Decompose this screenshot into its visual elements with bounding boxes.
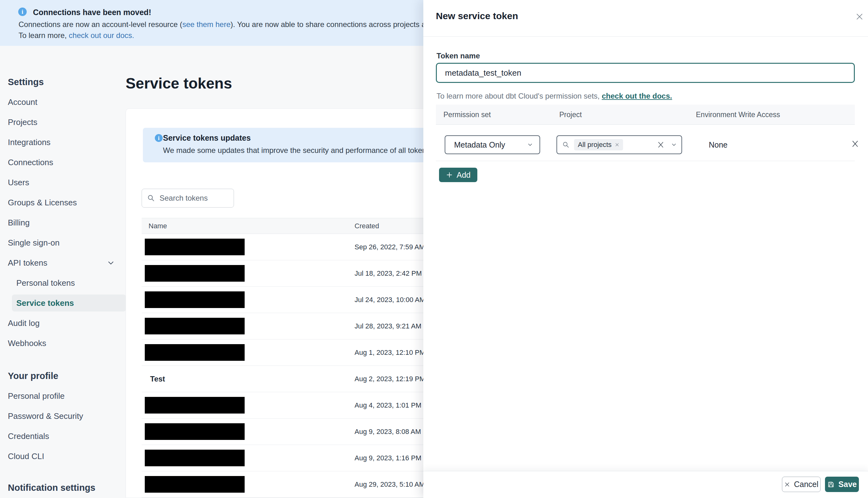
sidebar-title-settings: Settings [8, 72, 121, 92]
add-permission-button[interactable]: Add [439, 168, 477, 182]
env-write-access-value: None [709, 140, 728, 149]
chevron-down-icon [527, 142, 533, 148]
token-created-date: Aug 9, 2023, 1:16 PM P [355, 454, 428, 462]
redacted-token-name [145, 318, 245, 335]
sidebar-title-notification-settings: Notification settings [8, 477, 121, 498]
permission-set-value: Metadata Only [454, 140, 527, 149]
cancel-button-label: Cancel [794, 480, 818, 489]
token-created-date: Aug 29, 2023, 5:10 AM P [355, 481, 432, 488]
banner-learn-text: To learn more, [18, 31, 69, 40]
info-icon [18, 8, 27, 16]
plus-icon [446, 171, 453, 178]
token-created-date: Jul 24, 2023, 10:00 AM [355, 296, 425, 304]
banner-body-text: Connections are now an account-level res… [18, 20, 182, 29]
drawer-footer: Cancel Save [423, 471, 868, 498]
redacted-token-name [145, 291, 245, 308]
column-header-permission-set: Permission set [444, 110, 491, 119]
remove-row-icon[interactable] [851, 140, 859, 148]
notice-title: Service tokens updates [163, 133, 251, 143]
banner-body: Connections are now an account-level res… [18, 20, 485, 29]
banner-title: Connections have been moved! [33, 8, 151, 17]
token-created-date: Jul 28, 2023, 9:21 AM P [355, 322, 428, 330]
search-icon [147, 194, 155, 202]
sidebar-item-credentials[interactable]: Credentials [8, 426, 121, 446]
sidebar-item-audit-log[interactable]: Audit log [8, 313, 121, 333]
token-name: Test [150, 375, 165, 383]
redacted-token-name [145, 265, 245, 281]
search-icon [562, 141, 570, 148]
sidebar-item-cloud-cli[interactable]: Cloud CLI [8, 446, 121, 466]
sidebar-item-projects[interactable]: Projects [8, 112, 121, 132]
chevron-down-icon[interactable] [671, 142, 677, 148]
redacted-token-name [145, 239, 245, 255]
info-icon [155, 134, 163, 142]
sidebar-item-connections[interactable]: Connections [8, 152, 121, 172]
redacted-token-name [145, 397, 245, 414]
cancel-button[interactable]: Cancel [782, 477, 820, 492]
check-out-docs-link[interactable]: check out the docs. [602, 92, 672, 100]
sidebar-item-groups-licenses[interactable]: Groups & Licenses [8, 193, 121, 213]
column-header-name: Name [148, 222, 167, 230]
save-button-label: Save [839, 480, 857, 489]
chip-label: All projects [578, 141, 612, 149]
token-name-input[interactable] [436, 63, 855, 83]
save-button[interactable]: Save [825, 477, 859, 492]
chevron-down-icon [107, 259, 115, 266]
permission-set-select[interactable]: Metadata Only [445, 135, 540, 154]
drawer-title: New service token [436, 11, 518, 21]
sidebar-item-account[interactable]: Account [8, 92, 121, 112]
add-button-label: Add [457, 170, 471, 180]
banner-learn-more: To learn more, check out our docs. [18, 31, 134, 40]
token-created-date: Aug 2, 2023, 12:19 PM P [355, 375, 432, 383]
permissions-table-header: Permission set Project Environment Write… [436, 105, 855, 124]
column-header-created: Created [355, 222, 379, 230]
redacted-token-name [145, 476, 245, 493]
api-tokens-label: API tokens [8, 258, 48, 268]
page-title: Service tokens [126, 75, 232, 92]
permission-sets-helper: To learn more about dbt Cloud's permissi… [436, 92, 672, 101]
column-header-project: Project [559, 110, 582, 119]
sidebar-item-personal-tokens[interactable]: Personal tokens [8, 273, 121, 293]
token-name-label: Token name [436, 52, 480, 60]
search-tokens-box[interactable] [142, 189, 234, 208]
close-icon[interactable] [854, 11, 865, 22]
token-created-date: Aug 9, 2023, 8:08 AM P [355, 428, 428, 436]
check-docs-link[interactable]: check out our docs. [69, 31, 134, 40]
token-created-date: Aug 4, 2023, 1:01 PM P [355, 401, 428, 409]
project-multiselect[interactable]: All projects [556, 135, 682, 154]
see-them-here-link[interactable]: see them here [182, 20, 231, 29]
project-chip-all-projects[interactable]: All projects [574, 139, 623, 150]
save-icon [827, 481, 835, 488]
notice-body: We made some updates that improve the se… [163, 146, 457, 155]
token-created-date: Sep 26, 2022, 7:59 AM P [355, 243, 432, 251]
divider [423, 36, 868, 37]
settings-sidebar: Settings Account Projects Integrations C… [8, 72, 121, 498]
token-created-date: Jul 18, 2023, 2:42 PM P [355, 270, 428, 278]
sidebar-item-personal-profile[interactable]: Personal profile [8, 386, 121, 406]
helper-text: To learn more about dbt Cloud's permissi… [436, 92, 602, 100]
redacted-token-name [145, 450, 245, 466]
redacted-token-name [145, 423, 245, 440]
search-tokens-input[interactable] [159, 194, 228, 203]
sidebar-item-users[interactable]: Users [8, 172, 121, 193]
sidebar-item-billing[interactable]: Billing [8, 213, 121, 233]
permission-row: Metadata Only All projects None [436, 124, 855, 161]
redacted-token-name [145, 344, 245, 361]
token-created-date: Aug 1, 2023, 12:10 PM P [355, 349, 432, 357]
sidebar-title-your-profile: Your profile [8, 366, 121, 386]
sidebar-item-service-tokens[interactable]: Service tokens [8, 293, 121, 313]
sidebar-item-single-sign-on[interactable]: Single sign-on [8, 233, 121, 253]
sidebar-item-webhooks[interactable]: Webhooks [8, 333, 121, 353]
clear-selection-icon[interactable] [657, 141, 665, 148]
chip-remove-icon[interactable] [615, 143, 619, 147]
sidebar-item-integrations[interactable]: Integrations [8, 132, 121, 152]
sidebar-item-password-security[interactable]: Password & Security [8, 406, 121, 426]
close-icon [784, 481, 790, 488]
sidebar-item-api-tokens[interactable]: API tokens [8, 253, 121, 273]
new-service-token-drawer: New service token Token name To learn mo… [423, 0, 868, 498]
column-header-env-write-access: Environment Write Access [696, 110, 780, 119]
